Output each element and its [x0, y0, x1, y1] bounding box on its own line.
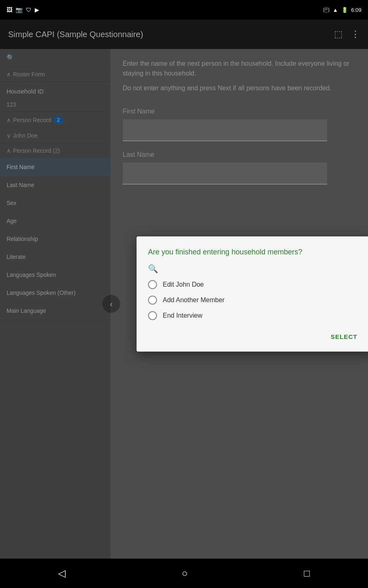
select-button[interactable]: SELECT: [326, 330, 362, 343]
nav-bar: ◁ ○ □: [0, 559, 368, 588]
option-edit-john-doe-label: Edit John Doe: [163, 281, 204, 288]
option-end-interview-label: End Interview: [163, 312, 202, 319]
status-icons-right: 📳 ▲ 🔋 6:09: [323, 7, 361, 13]
camera-icon: 📷: [16, 7, 22, 13]
radio-end-interview[interactable]: [148, 311, 157, 320]
radio-edit-john-doe[interactable]: [148, 280, 157, 289]
option-end-interview[interactable]: End Interview: [148, 311, 362, 320]
option-add-another-member[interactable]: Add Another Member: [148, 296, 362, 305]
status-icons-left: 🖼 📷 🛡 ▶: [7, 7, 39, 13]
battery-icon: 🔋: [341, 7, 348, 13]
shield-icon: 🛡: [26, 7, 31, 13]
option-add-another-member-label: Add Another Member: [163, 296, 224, 304]
vibrate-icon: 📳: [323, 7, 330, 13]
dialog-footer: SELECT: [148, 330, 362, 343]
dialog-search-icon: 🔍: [148, 264, 158, 273]
nav-home-button[interactable]: ○: [177, 564, 192, 583]
household-members-dialog: Are you finished entering household memb…: [137, 236, 368, 352]
radio-add-another-member[interactable]: [148, 296, 157, 305]
dialog-search[interactable]: 🔍: [148, 264, 362, 274]
status-bar: 🖼 📷 🛡 ▶ 📳 ▲ 🔋 6:09: [0, 0, 368, 20]
nav-back-button[interactable]: ◁: [54, 564, 70, 583]
dialog-title: Are you finished entering household memb…: [148, 248, 362, 256]
option-edit-john-doe[interactable]: Edit John Doe: [148, 280, 362, 289]
time-display: 6:09: [351, 7, 361, 13]
wifi-icon: ▲: [333, 7, 338, 13]
notification-icon: 🖼: [7, 7, 12, 13]
nav-recent-button[interactable]: □: [300, 564, 314, 583]
play-icon: ▶: [35, 7, 39, 13]
